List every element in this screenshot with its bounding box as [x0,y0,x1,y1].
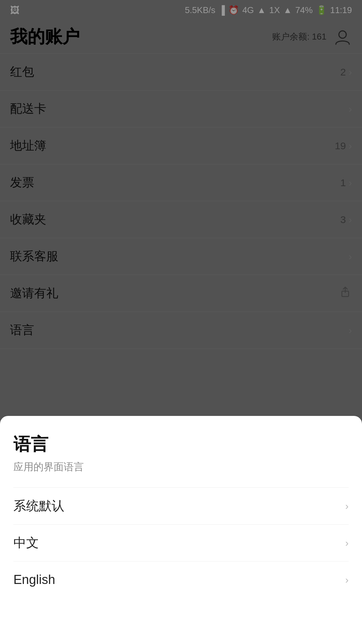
language-option-label-chinese: 中文 [13,534,39,551]
language-option-chevron-english: › [345,574,349,586]
language-option-english[interactable]: English› [13,561,349,598]
modal-subtitle: 应用的界面语言 [13,460,349,474]
language-option-label-system-default: 系统默认 [13,497,64,515]
language-option-chinese[interactable]: 中文› [13,524,349,561]
modal-title: 语言 [13,433,349,456]
language-option-system-default[interactable]: 系统默认› [13,487,349,524]
language-modal-panel: 语言 应用的界面语言 系统默认›中文›English› [0,416,362,644]
language-option-chevron-chinese: › [345,537,349,549]
language-option-label-english: English [13,573,55,587]
language-option-chevron-system-default: › [345,500,349,512]
language-modal-overlay[interactable]: 语言 应用的界面语言 系统默认›中文›English› [0,0,362,644]
